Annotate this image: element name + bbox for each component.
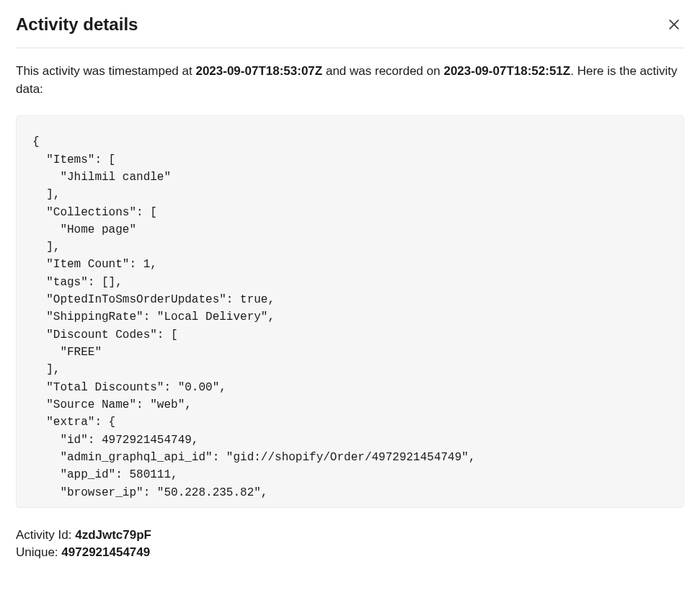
- activity-details-dialog: Activity details This activity was times…: [0, 0, 700, 590]
- recorded-on: 2023-09-07T18:52:51Z: [443, 64, 570, 78]
- unique-value: 4972921454749: [61, 545, 150, 559]
- dialog-footer: Activity Id: 4zdJwtc79pF Unique: 4972921…: [16, 508, 684, 561]
- intro-prefix: This activity was timestamped at: [16, 64, 195, 78]
- intro-middle: and was recorded on: [322, 64, 443, 78]
- activity-id-value: 4zdJwtc79pF: [75, 528, 151, 542]
- activity-id-label: Activity Id:: [16, 528, 75, 542]
- timestamped-at: 2023-09-07T18:53:07Z: [195, 64, 322, 78]
- close-icon: [667, 17, 681, 32]
- close-button[interactable]: [664, 14, 684, 35]
- dialog-title: Activity details: [16, 14, 138, 35]
- intro-text: This activity was timestamped at 2023-09…: [16, 48, 684, 98]
- dialog-header: Activity details: [16, 14, 684, 48]
- unique-label: Unique:: [16, 545, 61, 559]
- unique-row: Unique: 4972921454749: [16, 544, 684, 561]
- activity-data-code[interactable]: { "Items": [ "Jhilmil candle" ], "Collec…: [16, 115, 684, 508]
- activity-id-row: Activity Id: 4zdJwtc79pF: [16, 527, 684, 544]
